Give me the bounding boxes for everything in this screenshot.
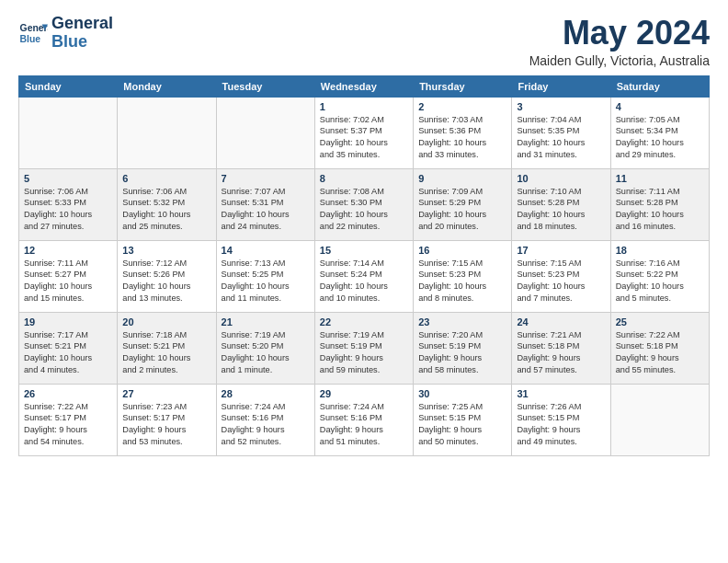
day-detail: Sunrise: 7:21 AM Sunset: 5:18 PM Dayligh… [517, 329, 605, 377]
day-number: 29 [320, 388, 408, 399]
page: General Blue General Blue May 2024 Maide… [0, 0, 728, 563]
day-detail: Sunrise: 7:15 AM Sunset: 5:23 PM Dayligh… [517, 258, 605, 305]
table-row: 1Sunrise: 7:02 AM Sunset: 5:37 PM Daylig… [314, 97, 413, 168]
table-row: 23Sunrise: 7:20 AM Sunset: 5:19 PM Dayli… [414, 312, 512, 384]
day-detail: Sunrise: 7:07 AM Sunset: 5:31 PM Dayligh… [222, 186, 310, 234]
day-number: 18 [616, 245, 704, 256]
day-detail: Sunrise: 7:15 AM Sunset: 5:23 PM Dayligh… [418, 258, 506, 305]
table-row: 26Sunrise: 7:22 AM Sunset: 5:17 PM Dayli… [19, 384, 118, 455]
day-number: 19 [24, 316, 112, 327]
header-wednesday: Wednesday [314, 75, 413, 97]
calendar-table: Sunday Monday Tuesday Wednesday Thursday… [18, 75, 710, 456]
table-row: 21Sunrise: 7:19 AM Sunset: 5:20 PM Dayli… [216, 312, 314, 384]
location-subtitle: Maiden Gully, Victoria, Australia [529, 53, 710, 68]
day-detail: Sunrise: 7:06 AM Sunset: 5:33 PM Dayligh… [24, 186, 112, 234]
table-row: 29Sunrise: 7:24 AM Sunset: 5:16 PM Dayli… [314, 384, 413, 455]
day-number: 31 [517, 388, 605, 399]
table-row: 28Sunrise: 7:24 AM Sunset: 5:16 PM Dayli… [216, 384, 314, 455]
table-row: 20Sunrise: 7:18 AM Sunset: 5:21 PM Dayli… [118, 312, 216, 384]
day-detail: Sunrise: 7:25 AM Sunset: 5:15 PM Dayligh… [418, 401, 506, 449]
day-number: 1 [320, 101, 408, 112]
table-row [19, 97, 118, 168]
table-row: 9Sunrise: 7:09 AM Sunset: 5:29 PM Daylig… [414, 168, 512, 240]
day-number: 21 [222, 316, 310, 327]
day-number: 4 [616, 101, 704, 112]
day-number: 7 [222, 173, 310, 184]
day-detail: Sunrise: 7:24 AM Sunset: 5:16 PM Dayligh… [320, 401, 408, 449]
table-row: 25Sunrise: 7:22 AM Sunset: 5:18 PM Dayli… [610, 312, 709, 384]
day-number: 17 [517, 245, 605, 256]
day-number: 30 [418, 388, 506, 399]
title-block: May 2024 Maiden Gully, Victoria, Austral… [529, 15, 710, 68]
header-monday: Monday [118, 75, 216, 97]
day-number: 14 [222, 245, 310, 256]
logo-text-line1: General [51, 15, 113, 33]
table-row: 2Sunrise: 7:03 AM Sunset: 5:36 PM Daylig… [414, 97, 512, 168]
day-detail: Sunrise: 7:23 AM Sunset: 5:17 PM Dayligh… [122, 401, 210, 449]
logo: General Blue General Blue [18, 15, 113, 52]
day-number: 8 [320, 173, 408, 184]
table-row: 18Sunrise: 7:16 AM Sunset: 5:22 PM Dayli… [610, 240, 709, 312]
table-row: 31Sunrise: 7:26 AM Sunset: 5:15 PM Dayli… [512, 384, 610, 455]
day-detail: Sunrise: 7:19 AM Sunset: 5:20 PM Dayligh… [222, 329, 310, 377]
table-row [216, 97, 314, 168]
table-row [118, 97, 216, 168]
table-row: 3Sunrise: 7:04 AM Sunset: 5:35 PM Daylig… [512, 97, 610, 168]
day-number: 3 [517, 101, 605, 112]
table-row: 14Sunrise: 7:13 AM Sunset: 5:25 PM Dayli… [216, 240, 314, 312]
day-detail: Sunrise: 7:08 AM Sunset: 5:30 PM Dayligh… [320, 186, 408, 234]
day-detail: Sunrise: 7:26 AM Sunset: 5:15 PM Dayligh… [517, 401, 605, 449]
day-number: 24 [517, 316, 605, 327]
day-detail: Sunrise: 7:02 AM Sunset: 5:37 PM Dayligh… [320, 114, 408, 162]
header-thursday: Thursday [414, 75, 512, 97]
day-detail: Sunrise: 7:22 AM Sunset: 5:17 PM Dayligh… [24, 401, 112, 449]
day-detail: Sunrise: 7:11 AM Sunset: 5:28 PM Dayligh… [616, 186, 704, 234]
day-detail: Sunrise: 7:17 AM Sunset: 5:21 PM Dayligh… [24, 329, 112, 377]
day-detail: Sunrise: 7:05 AM Sunset: 5:34 PM Dayligh… [616, 114, 704, 162]
day-number: 16 [418, 245, 506, 256]
logo-text-line2: Blue [51, 33, 113, 52]
table-row: 27Sunrise: 7:23 AM Sunset: 5:17 PM Dayli… [118, 384, 216, 455]
table-row: 24Sunrise: 7:21 AM Sunset: 5:18 PM Dayli… [512, 312, 610, 384]
day-detail: Sunrise: 7:09 AM Sunset: 5:29 PM Dayligh… [418, 186, 506, 234]
day-number: 15 [320, 245, 408, 256]
table-row: 30Sunrise: 7:25 AM Sunset: 5:15 PM Dayli… [414, 384, 512, 455]
day-detail: Sunrise: 7:22 AM Sunset: 5:18 PM Dayligh… [616, 329, 704, 377]
day-detail: Sunrise: 7:14 AM Sunset: 5:24 PM Dayligh… [320, 258, 408, 305]
day-number: 11 [616, 173, 704, 184]
svg-text:Blue: Blue [20, 33, 41, 43]
day-number: 27 [122, 388, 210, 399]
day-detail: Sunrise: 7:24 AM Sunset: 5:16 PM Dayligh… [222, 401, 310, 449]
calendar-header-row: Sunday Monday Tuesday Wednesday Thursday… [19, 75, 710, 97]
day-number: 26 [24, 388, 112, 399]
day-detail: Sunrise: 7:20 AM Sunset: 5:19 PM Dayligh… [418, 329, 506, 377]
day-detail: Sunrise: 7:16 AM Sunset: 5:22 PM Dayligh… [616, 258, 704, 305]
day-number: 13 [122, 245, 210, 256]
calendar-week-row: 19Sunrise: 7:17 AM Sunset: 5:21 PM Dayli… [19, 312, 710, 384]
header-tuesday: Tuesday [216, 75, 314, 97]
table-row [610, 384, 709, 455]
day-number: 10 [517, 173, 605, 184]
table-row: 4Sunrise: 7:05 AM Sunset: 5:34 PM Daylig… [610, 97, 709, 168]
header-saturday: Saturday [610, 75, 709, 97]
day-detail: Sunrise: 7:18 AM Sunset: 5:21 PM Dayligh… [122, 329, 210, 377]
day-detail: Sunrise: 7:06 AM Sunset: 5:32 PM Dayligh… [122, 186, 210, 234]
header-friday: Friday [512, 75, 610, 97]
day-number: 20 [122, 316, 210, 327]
day-number: 2 [418, 101, 506, 112]
table-row: 7Sunrise: 7:07 AM Sunset: 5:31 PM Daylig… [216, 168, 314, 240]
calendar-week-row: 26Sunrise: 7:22 AM Sunset: 5:17 PM Dayli… [19, 384, 710, 455]
day-detail: Sunrise: 7:19 AM Sunset: 5:19 PM Dayligh… [320, 329, 408, 377]
table-row: 15Sunrise: 7:14 AM Sunset: 5:24 PM Dayli… [314, 240, 413, 312]
day-detail: Sunrise: 7:12 AM Sunset: 5:26 PM Dayligh… [122, 258, 210, 305]
day-detail: Sunrise: 7:13 AM Sunset: 5:25 PM Dayligh… [222, 258, 310, 305]
table-row: 12Sunrise: 7:11 AM Sunset: 5:27 PM Dayli… [19, 240, 118, 312]
day-number: 23 [418, 316, 506, 327]
calendar-week-row: 1Sunrise: 7:02 AM Sunset: 5:37 PM Daylig… [19, 97, 710, 168]
table-row: 22Sunrise: 7:19 AM Sunset: 5:19 PM Dayli… [314, 312, 413, 384]
calendar-week-row: 12Sunrise: 7:11 AM Sunset: 5:27 PM Dayli… [19, 240, 710, 312]
table-row: 17Sunrise: 7:15 AM Sunset: 5:23 PM Dayli… [512, 240, 610, 312]
day-number: 6 [122, 173, 210, 184]
table-row: 19Sunrise: 7:17 AM Sunset: 5:21 PM Dayli… [19, 312, 118, 384]
month-title: May 2024 [529, 15, 710, 52]
